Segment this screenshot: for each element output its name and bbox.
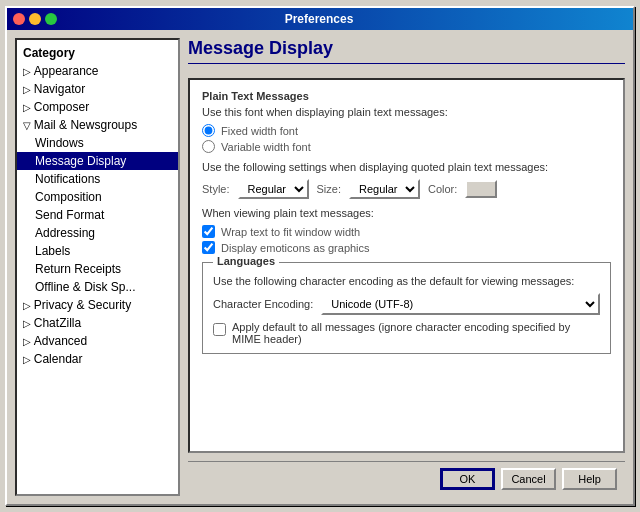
sidebar-item-mail-newsgroups[interactable]: Mail & Newsgroups xyxy=(17,116,178,134)
char-encoding-row: Character Encoding: Unicode (UTF-8) ISO-… xyxy=(213,293,600,315)
wrap-text-label: Wrap text to fit window width xyxy=(221,226,360,238)
font-description: Use this font when displaying plain text… xyxy=(202,106,611,118)
sidebar-item-privacy-security[interactable]: Privacy & Security xyxy=(17,296,178,314)
fixed-font-label: Fixed width font xyxy=(221,125,298,137)
emoticons-label: Display emoticons as graphics xyxy=(221,242,370,254)
sidebar-item-calendar[interactable]: Calendar xyxy=(17,350,178,368)
sidebar-item-chatzilla[interactable]: ChatZilla xyxy=(17,314,178,332)
size-label: Size: xyxy=(317,183,341,195)
maximize-traffic-light[interactable] xyxy=(45,13,57,25)
help-button[interactable]: Help xyxy=(562,468,617,490)
sidebar-item-navigator[interactable]: Navigator xyxy=(17,80,178,98)
minimize-traffic-light[interactable] xyxy=(29,13,41,25)
wrap-text-checkbox-item: Wrap text to fit window width xyxy=(202,225,611,238)
traffic-lights xyxy=(13,13,57,25)
sidebar-item-composer[interactable]: Composer xyxy=(17,98,178,116)
viewing-options-group: Wrap text to fit window width Display em… xyxy=(202,225,611,254)
plain-text-header: Plain Text Messages xyxy=(202,90,611,102)
emoticons-checkbox-item: Display emoticons as graphics xyxy=(202,241,611,254)
variable-font-radio[interactable] xyxy=(202,140,215,153)
apply-default-checkbox[interactable] xyxy=(213,323,226,336)
ok-button[interactable]: OK xyxy=(440,468,495,490)
sidebar-item-send-format[interactable]: Send Format xyxy=(17,206,178,224)
variable-font-label: Variable width font xyxy=(221,141,311,153)
color-swatch[interactable] xyxy=(465,180,497,198)
close-traffic-light[interactable] xyxy=(13,13,25,25)
sidebar-item-advanced[interactable]: Advanced xyxy=(17,332,178,350)
cancel-button[interactable]: Cancel xyxy=(501,468,556,490)
category-label: Category xyxy=(17,44,178,62)
sidebar-item-composition[interactable]: Composition xyxy=(17,188,178,206)
style-label: Style: xyxy=(202,183,230,195)
sidebar-item-offline-disk[interactable]: Offline & Disk Sp... xyxy=(17,278,178,296)
variable-font-radio-item: Variable width font xyxy=(202,140,611,153)
sidebar-item-windows[interactable]: Windows xyxy=(17,134,178,152)
encoding-select[interactable]: Unicode (UTF-8) ISO-8859-1 UTF-16 xyxy=(321,293,600,315)
sidebar-item-addressing[interactable]: Addressing xyxy=(17,224,178,242)
page-title: Message Display xyxy=(188,38,625,64)
languages-box: Languages Use the following character en… xyxy=(202,262,611,354)
languages-box-title: Languages xyxy=(213,255,279,267)
style-row: Style: Regular Size: Regular Color: xyxy=(202,179,611,199)
languages-description: Use the following character encoding as … xyxy=(213,275,600,287)
emoticons-checkbox[interactable] xyxy=(202,241,215,254)
apply-checkbox-row: Apply default to all messages (ignore ch… xyxy=(213,321,600,345)
category-sidebar: Category Appearance Navigator Composer M… xyxy=(15,38,180,496)
viewing-header: When viewing plain text messages: xyxy=(202,207,611,219)
quoted-description: Use the following settings when displayi… xyxy=(202,161,611,173)
main-content: Message Display Plain Text Messages Use … xyxy=(188,38,625,496)
preferences-window: Preferences Category Appearance Navigato… xyxy=(5,6,635,506)
size-select[interactable]: Regular xyxy=(349,179,420,199)
font-radio-group: Fixed width font Variable width font xyxy=(202,124,611,153)
title-bar: Preferences xyxy=(7,8,633,30)
window-body: Category Appearance Navigator Composer M… xyxy=(7,30,633,504)
window-title: Preferences xyxy=(285,12,354,26)
style-select[interactable]: Regular xyxy=(238,179,309,199)
sidebar-item-message-display[interactable]: Message Display xyxy=(17,152,178,170)
wrap-text-checkbox[interactable] xyxy=(202,225,215,238)
apply-default-label: Apply default to all messages (ignore ch… xyxy=(232,321,600,345)
bottom-bar: OK Cancel Help xyxy=(188,461,625,496)
sidebar-item-return-receipts[interactable]: Return Receipts xyxy=(17,260,178,278)
content-area: Plain Text Messages Use this font when d… xyxy=(188,78,625,453)
sidebar-item-labels[interactable]: Labels xyxy=(17,242,178,260)
encoding-label: Character Encoding: xyxy=(213,298,313,310)
color-label: Color: xyxy=(428,183,457,195)
sidebar-item-appearance[interactable]: Appearance xyxy=(17,62,178,80)
fixed-font-radio[interactable] xyxy=(202,124,215,137)
fixed-font-radio-item: Fixed width font xyxy=(202,124,611,137)
sidebar-item-notifications[interactable]: Notifications xyxy=(17,170,178,188)
